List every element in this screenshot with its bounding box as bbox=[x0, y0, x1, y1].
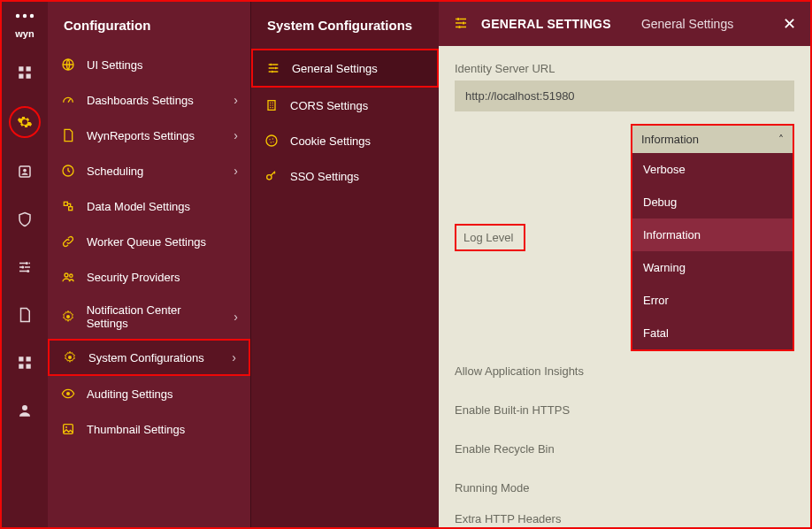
svg-rect-15 bbox=[27, 364, 31, 369]
image-icon bbox=[60, 421, 76, 437]
identity-url-label: Identity Server URL bbox=[455, 62, 654, 75]
panel-subtitle: General Settings bbox=[641, 17, 733, 31]
chevron-right-icon: › bbox=[234, 93, 238, 107]
log-level-option-information[interactable]: Information bbox=[632, 218, 793, 251]
enable-recycle-label: Enable Recycle Bin bbox=[455, 442, 654, 456]
account-icon[interactable] bbox=[11, 157, 39, 186]
svg-point-1 bbox=[23, 14, 27, 18]
svg-point-34 bbox=[272, 138, 273, 139]
sidebar-item-label: Data Model Settings bbox=[87, 200, 190, 213]
app-logo: wyn bbox=[12, 9, 37, 39]
svg-point-36 bbox=[272, 142, 273, 142]
user-icon[interactable] bbox=[11, 396, 39, 425]
config-sidebar-title: Configuration bbox=[48, 18, 250, 47]
svg-rect-26 bbox=[64, 425, 73, 434]
svg-point-27 bbox=[65, 426, 67, 428]
icon-rail: wyn bbox=[2, 2, 48, 527]
key-icon bbox=[264, 168, 280, 184]
svg-point-28 bbox=[270, 64, 272, 66]
svg-rect-13 bbox=[27, 356, 31, 361]
svg-point-10 bbox=[21, 266, 24, 269]
dashboard-icon[interactable] bbox=[11, 58, 39, 87]
svg-point-40 bbox=[458, 26, 461, 28]
sidebar-item-label: Auditing Settings bbox=[87, 387, 173, 401]
close-icon[interactable]: ✕ bbox=[783, 14, 796, 34]
svg-point-33 bbox=[269, 139, 270, 140]
panel-header: GENERAL SETTINGS General Settings ✕ bbox=[439, 2, 810, 46]
log-level-option-warning[interactable]: Warning bbox=[632, 251, 793, 284]
log-level-label: Log Level bbox=[455, 224, 525, 251]
svg-point-0 bbox=[16, 14, 19, 18]
sidebar-item-datamodel[interactable]: Data Model Settings bbox=[48, 188, 250, 224]
log-level-option-debug[interactable]: Debug bbox=[632, 186, 793, 218]
globe-icon bbox=[60, 57, 76, 73]
sub-item-cookie[interactable]: Cookie Settings bbox=[251, 123, 439, 158]
sidebar-item-label: Scheduling bbox=[87, 165, 143, 178]
sidebar-item-label: System Configurations bbox=[88, 351, 204, 364]
sidebar-item-scheduling[interactable]: Scheduling › bbox=[48, 153, 250, 188]
shield-icon[interactable] bbox=[11, 205, 39, 234]
sub-item-label: General Settings bbox=[292, 62, 378, 75]
sidebar-item-label: Worker Queue Settings bbox=[87, 235, 206, 249]
svg-point-39 bbox=[463, 21, 465, 24]
svg-rect-6 bbox=[27, 74, 31, 79]
gauge-icon bbox=[60, 92, 76, 108]
sidebar-item-label: UI Settings bbox=[87, 58, 143, 72]
sidebar-item-notification[interactable]: Notification Center Settings › bbox=[48, 295, 250, 339]
log-level-option-error[interactable]: Error bbox=[632, 284, 793, 317]
sidebar-item-label: Dashboards Settings bbox=[87, 94, 194, 107]
svg-point-37 bbox=[267, 175, 272, 180]
sidebar-item-systemconfig[interactable]: System Configurations › bbox=[48, 339, 250, 376]
sub-item-sso[interactable]: SSO Settings bbox=[251, 158, 439, 194]
log-level-dropdown[interactable]: Information ˄ Verbose Debug Information … bbox=[631, 124, 794, 351]
log-level-option-verbose[interactable]: Verbose bbox=[632, 153, 793, 186]
svg-rect-31 bbox=[268, 101, 275, 111]
sidebar-item-auditing[interactable]: Auditing Settings bbox=[48, 376, 250, 411]
model-icon bbox=[60, 198, 76, 214]
sidebar-item-workerqueue[interactable]: Worker Queue Settings bbox=[48, 224, 250, 259]
chevron-right-icon: › bbox=[234, 310, 238, 324]
eye-icon bbox=[60, 386, 76, 402]
svg-point-38 bbox=[457, 18, 460, 20]
running-mode-label: Running Mode bbox=[455, 481, 654, 494]
sub-item-cors[interactable]: CORS Settings bbox=[251, 88, 439, 123]
svg-rect-19 bbox=[64, 202, 67, 205]
apps-icon[interactable] bbox=[11, 349, 39, 377]
svg-point-16 bbox=[22, 405, 27, 410]
svg-point-9 bbox=[26, 262, 28, 264]
building-icon bbox=[264, 97, 280, 113]
cookie-icon bbox=[264, 133, 280, 149]
sub-item-label: CORS Settings bbox=[290, 99, 368, 112]
sidebar-item-label: WynReports Settings bbox=[87, 129, 195, 142]
svg-point-30 bbox=[271, 71, 273, 73]
svg-point-22 bbox=[70, 274, 73, 277]
svg-rect-14 bbox=[19, 364, 23, 369]
identity-url-input[interactable] bbox=[455, 80, 794, 111]
svg-point-11 bbox=[27, 270, 29, 272]
svg-rect-3 bbox=[19, 66, 23, 71]
settings-gear-icon[interactable] bbox=[9, 106, 41, 138]
sub-item-general[interactable]: General Settings bbox=[251, 49, 439, 88]
sliders-icon bbox=[453, 15, 469, 34]
sidebar-item-wynreports[interactable]: WynReports Settings › bbox=[48, 118, 250, 153]
svg-rect-4 bbox=[27, 66, 31, 71]
allow-insights-label: Allow Application Insights bbox=[455, 364, 654, 378]
sub-item-label: SSO Settings bbox=[290, 170, 359, 183]
panel-title: GENERAL SETTINGS bbox=[481, 17, 611, 31]
sidebar-item-ui-settings[interactable]: UI Settings bbox=[48, 47, 250, 82]
extra-headers-label: Extra HTTP Headers bbox=[455, 512, 654, 525]
sliders-icon[interactable] bbox=[11, 253, 39, 281]
sidebar-item-dashboards[interactable]: Dashboards Settings › bbox=[48, 82, 250, 118]
main-panel: GENERAL SETTINGS General Settings ✕ Iden… bbox=[439, 2, 810, 527]
svg-point-32 bbox=[266, 135, 277, 146]
svg-point-21 bbox=[65, 273, 68, 277]
sidebar-item-thumbnail[interactable]: Thumbnail Settings bbox=[48, 411, 250, 447]
log-level-option-fatal[interactable]: Fatal bbox=[632, 317, 793, 349]
chevron-right-icon: › bbox=[234, 164, 238, 178]
document-icon[interactable] bbox=[11, 301, 39, 329]
sidebar-item-label: Thumbnail Settings bbox=[87, 423, 185, 436]
log-level-selected[interactable]: Information ˄ bbox=[632, 126, 793, 153]
sidebar-item-security[interactable]: Security Providers bbox=[48, 259, 250, 295]
file-icon bbox=[60, 127, 76, 143]
enable-https-label: Enable Built-in HTTPS bbox=[455, 403, 654, 417]
